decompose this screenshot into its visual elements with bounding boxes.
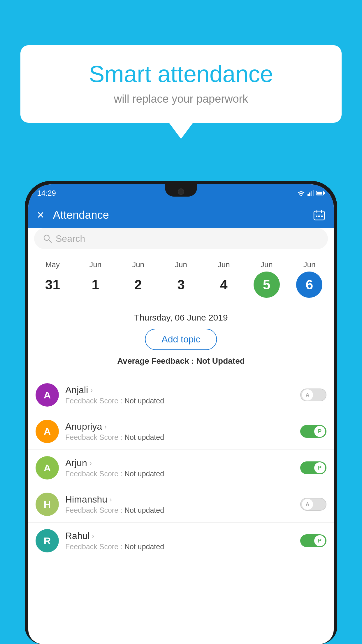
chevron-icon: › bbox=[110, 496, 112, 504]
cal-day-4[interactable]: Jun4 bbox=[206, 260, 241, 298]
student-item-0[interactable]: AAnjali ›Feedback Score : Not updatedA bbox=[28, 377, 334, 413]
toggle-knob: P bbox=[314, 535, 325, 546]
student-avatar: A bbox=[36, 420, 59, 443]
toggle-knob: A bbox=[302, 499, 313, 510]
status-icons bbox=[297, 190, 325, 196]
svg-rect-14 bbox=[321, 216, 323, 217]
student-item-4[interactable]: RRahul ›Feedback Score : Not updatedP bbox=[28, 523, 334, 559]
feedback-value: Not updated bbox=[124, 397, 164, 405]
cal-date-number: 3 bbox=[168, 272, 194, 298]
student-name: Arjun › bbox=[65, 458, 300, 468]
bubble-subtitle: will replace your paperwork bbox=[38, 93, 324, 105]
phone-screen: 14:29 bbox=[28, 184, 334, 644]
cal-month-label: Jun bbox=[218, 260, 230, 269]
app-bar-title: Attendance bbox=[53, 209, 313, 221]
chevron-icon: › bbox=[92, 532, 94, 540]
student-avatar: A bbox=[36, 456, 59, 480]
avg-feedback-value: Not Updated bbox=[196, 356, 245, 365]
student-item-2[interactable]: AArjun ›Feedback Score : Not updatedP bbox=[28, 450, 334, 486]
close-button[interactable]: × bbox=[37, 208, 44, 222]
cal-day-6[interactable]: Jun6 bbox=[292, 260, 327, 298]
attendance-toggle[interactable]: P bbox=[300, 461, 326, 474]
search-placeholder: Search bbox=[56, 233, 85, 244]
cal-month-label: May bbox=[45, 260, 60, 269]
feedback-value: Not updated bbox=[124, 433, 164, 441]
chevron-icon: › bbox=[89, 459, 92, 467]
attendance-toggle[interactable]: A bbox=[300, 388, 326, 401]
toggle-track[interactable]: P bbox=[300, 461, 326, 474]
student-name: Anjali › bbox=[65, 385, 300, 396]
signal-icon bbox=[307, 190, 314, 196]
toggle-knob: P bbox=[314, 462, 325, 473]
notch bbox=[165, 184, 197, 197]
toggle-track[interactable]: P bbox=[300, 425, 326, 438]
cal-date-number: 5 bbox=[254, 272, 280, 298]
svg-rect-4 bbox=[313, 190, 314, 196]
student-info: Anupriya ›Feedback Score : Not updated bbox=[65, 421, 300, 442]
cal-date-number: 1 bbox=[82, 272, 108, 298]
svg-rect-3 bbox=[311, 191, 312, 196]
cal-day-5[interactable]: Jun5 bbox=[249, 260, 284, 298]
svg-rect-6 bbox=[317, 192, 322, 195]
student-info: Arjun ›Feedback Score : Not updated bbox=[65, 458, 300, 478]
wifi-icon bbox=[297, 190, 305, 196]
cal-day-0[interactable]: May31 bbox=[35, 260, 70, 298]
search-bar[interactable]: Search bbox=[34, 228, 328, 249]
student-feedback: Feedback Score : Not updated bbox=[65, 542, 300, 551]
student-item-3[interactable]: HHimanshu ›Feedback Score : Not updatedA bbox=[28, 486, 334, 523]
toggle-track[interactable]: P bbox=[300, 534, 326, 547]
app-bar: × Attendance bbox=[28, 202, 334, 228]
calendar-row: May31Jun1Jun2Jun3Jun4Jun5Jun6 bbox=[28, 254, 334, 298]
speech-bubble: Smart attendance will replace your paper… bbox=[20, 45, 342, 123]
svg-rect-12 bbox=[316, 216, 317, 217]
volume-down-button bbox=[25, 274, 25, 298]
student-feedback: Feedback Score : Not updated bbox=[65, 433, 300, 442]
svg-rect-13 bbox=[318, 216, 320, 217]
cal-month-label: Jun bbox=[132, 260, 144, 269]
bubble-title: Smart attendance bbox=[38, 61, 324, 87]
cal-day-1[interactable]: Jun1 bbox=[78, 260, 113, 298]
feedback-value: Not updated bbox=[124, 506, 164, 514]
student-name: Rahul › bbox=[65, 531, 300, 541]
selected-date-label: Thursday, 06 June 2019 bbox=[28, 313, 334, 323]
avg-feedback-label: Average Feedback : bbox=[117, 356, 196, 365]
cal-month-label: Jun bbox=[303, 260, 316, 269]
toggle-track[interactable]: A bbox=[300, 388, 326, 401]
volume-up-button bbox=[25, 245, 25, 268]
student-item-1[interactable]: AAnupriya ›Feedback Score : Not updatedP bbox=[28, 413, 334, 450]
power-button bbox=[337, 262, 337, 298]
svg-rect-1 bbox=[307, 194, 309, 196]
student-feedback: Feedback Score : Not updated bbox=[65, 506, 300, 514]
cal-date-number: 6 bbox=[296, 272, 322, 298]
feedback-value: Not updated bbox=[124, 542, 164, 551]
toggle-knob: P bbox=[314, 426, 325, 437]
search-icon bbox=[43, 234, 52, 243]
student-avatar: R bbox=[36, 529, 59, 552]
feedback-value: Not updated bbox=[124, 470, 164, 478]
calendar-icon[interactable] bbox=[313, 209, 325, 220]
cal-date-number: 31 bbox=[39, 272, 66, 298]
phone-frame: 14:29 bbox=[25, 181, 337, 644]
student-name: Himanshu › bbox=[65, 494, 300, 505]
cal-day-2[interactable]: Jun2 bbox=[121, 260, 156, 298]
student-name: Anupriya › bbox=[65, 421, 300, 432]
cal-month-label: Jun bbox=[89, 260, 101, 269]
cal-month-label: Jun bbox=[175, 260, 187, 269]
cal-day-3[interactable]: Jun3 bbox=[164, 260, 198, 298]
svg-line-16 bbox=[49, 240, 51, 242]
toggle-knob: A bbox=[302, 389, 313, 400]
student-avatar: H bbox=[36, 493, 59, 516]
student-list: AAnjali ›Feedback Score : Not updatedAAA… bbox=[28, 377, 334, 644]
toggle-track[interactable]: A bbox=[300, 498, 326, 511]
svg-point-0 bbox=[301, 195, 302, 197]
attendance-toggle[interactable]: A bbox=[300, 498, 326, 511]
student-info: Anjali ›Feedback Score : Not updated bbox=[65, 385, 300, 405]
cal-date-number: 2 bbox=[125, 272, 151, 298]
attendance-toggle[interactable]: P bbox=[300, 425, 326, 438]
svg-rect-2 bbox=[309, 192, 310, 196]
camera bbox=[178, 188, 184, 195]
attendance-toggle[interactable]: P bbox=[300, 534, 326, 547]
chevron-icon: › bbox=[90, 386, 93, 394]
add-topic-button[interactable]: Add topic bbox=[145, 329, 217, 350]
cal-month-label: Jun bbox=[261, 260, 273, 269]
